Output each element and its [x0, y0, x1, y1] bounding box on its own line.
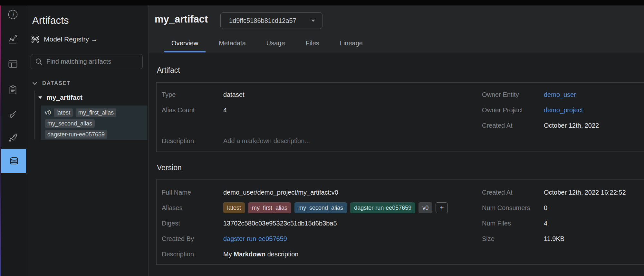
field-label: Num Consumers [482, 204, 544, 212]
created-by-row: Created By dagster-run-ee057659 [162, 231, 448, 246]
artifact-panel: Type dataset Alias Count 4 Description A… [156, 82, 644, 152]
model-registry-link[interactable]: Model Registry → [31, 35, 98, 43]
field-value: 0 [544, 204, 547, 212]
field-label: Digest [162, 220, 223, 227]
tab-usage[interactable]: Usage [266, 34, 285, 52]
tree-alias-pill: latest [54, 108, 73, 117]
alias-tag[interactable]: latest [223, 202, 245, 213]
alias-tag[interactable]: dagster-run-ee057659 [350, 202, 415, 213]
field-label: Created At [482, 122, 544, 129]
tab-files[interactable]: Files [306, 34, 319, 52]
clipboard-icon[interactable] [7, 85, 18, 96]
tab-lineage[interactable]: Lineage [340, 34, 363, 52]
aliases-row: Aliases latest my_first_alias my_second_… [162, 200, 448, 216]
tree-alias-pill: my_first_alias [76, 108, 116, 117]
tree-alias-pill: my_second_alias [45, 119, 95, 128]
search-icon [35, 58, 43, 66]
tab-overview[interactable]: Overview [171, 34, 198, 52]
alias-tag[interactable]: v0 [418, 202, 432, 213]
table-icon[interactable] [7, 59, 18, 69]
field-label: Owner Project [482, 106, 544, 114]
field-value: 4 [223, 106, 227, 114]
page-title: my_artifact [155, 14, 208, 25]
artifacts-sidebar [26, 5, 149, 276]
tree-version-row-selected[interactable]: v0 latest my_first_alias my_second_alias… [41, 106, 147, 140]
artifact-created-at-row: Created At October 12th, 2022 [482, 118, 599, 133]
sidebar-title: Artifacts [32, 15, 69, 26]
tree-item-my-artifact[interactable]: my_artifact [38, 94, 82, 101]
brush-icon[interactable] [7, 109, 18, 120]
num-consumers-row: Num Consumers 0 [482, 200, 626, 216]
field-label: Description [162, 251, 223, 258]
field-value: demo_user/demo_project/my_artifact:v0 [223, 189, 338, 196]
database-icon [8, 155, 20, 167]
triangle-down-icon [38, 96, 43, 99]
owner-entity-link[interactable]: demo_user [544, 91, 576, 98]
artifact-search-box [31, 54, 143, 69]
field-label: Type [162, 91, 223, 98]
owner-project-row: Owner Project demo_project [482, 102, 599, 118]
wandb-artifacts-page: { "sidebar": { "title": "Artifacts", "mo… [0, 0, 644, 276]
field-value: 11.9KB [544, 235, 564, 243]
owner-project-link[interactable]: demo_project [544, 106, 583, 114]
field-label: Alias Count [162, 106, 223, 114]
tree-group-dataset[interactable]: DATASET [32, 80, 71, 87]
version-id-dropdown[interactable]: 1d9ffc5186b81cd12a57 [220, 12, 322, 29]
model-registry-icon [31, 35, 39, 43]
field-label: Full Name [162, 189, 223, 196]
rocket-icon[interactable] [7, 132, 18, 143]
tab-bar: Overview Metadata Usage Files Lineage [171, 34, 363, 52]
alias-tag[interactable]: my_first_alias [248, 202, 291, 213]
tree-indent-line [34, 91, 35, 139]
alias-tag[interactable]: my_second_alias [294, 202, 347, 213]
field-value: dataset [223, 91, 245, 98]
rail-gradient-edge [0, 5, 1, 276]
size-row: Size 11.9KB [482, 231, 626, 246]
field-label: Created By [162, 235, 223, 243]
tab-metadata[interactable]: Metadata [219, 34, 245, 52]
chevron-down-icon [32, 81, 37, 85]
field-label: Owner Entity [482, 91, 544, 98]
artifact-description-row: Description Add a markdown description..… [162, 133, 310, 149]
sidebar-item-artifacts-selected[interactable] [1, 149, 27, 173]
svg-text:i: i [12, 11, 14, 18]
version-description-value: My Markdown description [223, 251, 298, 258]
info-icon[interactable]: i [7, 9, 18, 20]
tree-version-label: v0 [45, 108, 51, 117]
field-label: Size [482, 235, 544, 243]
full-name-row: Full Name demo_user/demo_project/my_arti… [162, 185, 448, 200]
owner-entity-row: Owner Entity demo_user [482, 87, 599, 102]
field-value: October 12th, 2022 16:22:52 [544, 189, 626, 196]
caret-down-icon [311, 20, 315, 22]
field-label: Aliases [162, 204, 223, 212]
field-value: October 12th, 2022 [544, 122, 599, 129]
top-bar [0, 0, 644, 5]
field-label: Description [162, 137, 223, 145]
version-id-value: 1d9ffc5186b81cd12a57 [229, 17, 311, 24]
version-description-row: Description My Markdown description [162, 246, 448, 262]
artifact-type-row: Type dataset [162, 87, 310, 102]
created-by-link[interactable]: dagster-run-ee057659 [223, 235, 287, 243]
version-created-at-row: Created At October 12th, 2022 16:22:52 [482, 185, 626, 200]
description-placeholder[interactable]: Add a markdown description... [223, 137, 310, 145]
digest-value: 13702c580c03e95323c51db15d6b3ba5 [223, 220, 337, 227]
tree-group-label: DATASET [42, 80, 71, 87]
line-chart-icon[interactable] [7, 34, 18, 45]
artifact-alias-count-row: Alias Count 4 [162, 102, 310, 118]
artifact-section-heading: Artifact [157, 66, 180, 75]
tree-artifact-label: my_artifact [46, 94, 82, 101]
digest-row: Digest 13702c580c03e95323c51db15d6b3ba5 [162, 216, 448, 231]
version-panel: Full Name demo_user/demo_project/my_arti… [156, 179, 644, 265]
field-label: Num Files [482, 220, 544, 227]
tree-alias-pill: dagster-run-ee057659 [45, 130, 107, 139]
model-registry-label: Model Registry → [44, 35, 98, 43]
search-input[interactable] [46, 58, 139, 65]
version-section-heading: Version [157, 163, 182, 172]
field-label: Created At [482, 189, 544, 196]
num-files-row: Num Files 4 [482, 216, 626, 231]
add-alias-button[interactable]: + [436, 202, 448, 213]
field-value: 4 [544, 220, 547, 227]
